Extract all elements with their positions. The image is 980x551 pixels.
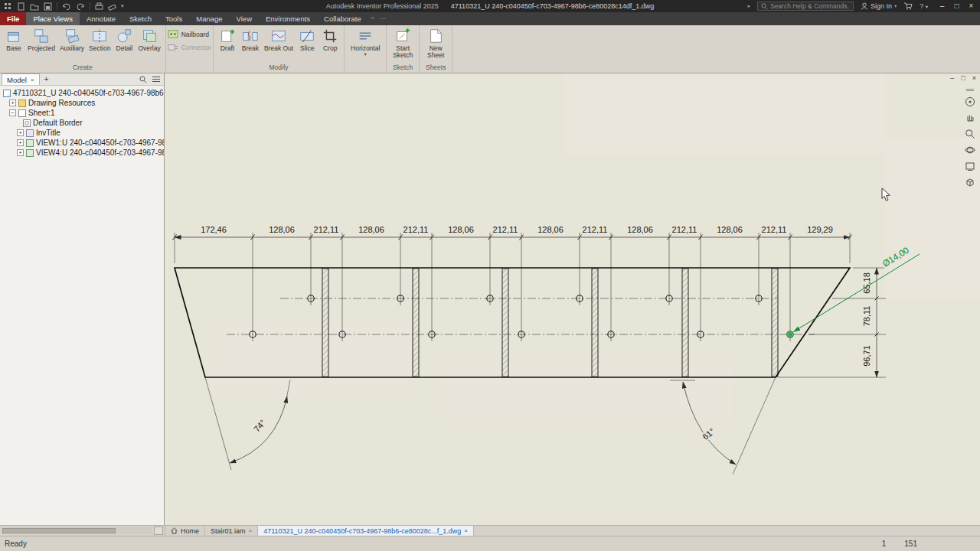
- search-caret-icon[interactable]: ▸: [747, 3, 750, 9]
- dim-label[interactable]: 212,11: [583, 225, 608, 234]
- angle-label[interactable]: 74°: [252, 418, 267, 433]
- tree-item-view1[interactable]: + VIEW1:U 240-c040450f-c703-4967-98b6-ce…: [0, 138, 164, 148]
- dim-label[interactable]: 212,11: [403, 225, 429, 234]
- grip-handle[interactable]: [789, 333, 792, 337]
- dim-label[interactable]: 78,11: [862, 306, 871, 327]
- tab-place-views[interactable]: Place Views: [26, 12, 80, 25]
- doc-restore-icon[interactable]: □: [961, 74, 965, 82]
- navbar-grip[interactable]: [966, 89, 974, 91]
- dim-label[interactable]: 128,06: [717, 225, 743, 234]
- dim-label[interactable]: 212,11: [314, 225, 339, 234]
- expand-icon[interactable]: +: [17, 129, 24, 136]
- top-dimension-chain[interactable]: 172,46 128,06 212,11 128,06 212,11 128,0…: [173, 225, 852, 240]
- angle-label[interactable]: 61°: [701, 426, 716, 442]
- orbit-icon[interactable]: [965, 145, 975, 155]
- app-menu-icon[interactable]: [4, 2, 12, 11]
- panel-splitter-handle[interactable]: [154, 527, 163, 535]
- model-browser-tab[interactable]: Model ×: [2, 73, 40, 85]
- drawing-sheet[interactable]: 172,46 128,06 212,11 128,06 212,11 128,0…: [165, 73, 980, 525]
- navigation-wheel-icon[interactable]: [965, 96, 975, 107]
- projected-view-button[interactable]: Projected: [26, 27, 57, 52]
- tab-collaborate[interactable]: Collaborate: [317, 12, 368, 25]
- tree-item-view4[interactable]: + VIEW4:U 240-c040450f-c703-4967-98b6-ce…: [0, 148, 164, 158]
- ribbon-collapse-icon[interactable]: ^: [371, 15, 374, 22]
- new-sheet-button[interactable]: New Sheet: [423, 27, 449, 59]
- dim-label[interactable]: 128,06: [448, 225, 474, 234]
- dim-label[interactable]: 129,29: [807, 225, 833, 234]
- dim-label[interactable]: 212,11: [672, 225, 697, 234]
- tree-item-drawing-resources[interactable]: + Drawing Resources: [0, 98, 164, 108]
- part-outline[interactable]: [175, 268, 850, 377]
- tab-tools[interactable]: Tools: [158, 12, 189, 25]
- browser-search-icon[interactable]: [139, 76, 147, 83]
- undo-icon[interactable]: [62, 2, 71, 11]
- dim-label[interactable]: 172,46: [201, 225, 227, 234]
- save-icon[interactable]: [44, 2, 52, 11]
- tab-view[interactable]: View: [230, 12, 259, 25]
- dim-label[interactable]: 128,06: [627, 225, 653, 234]
- ribbon-options-icon[interactable]: ⋯: [379, 15, 385, 22]
- joint-bands[interactable]: [322, 269, 778, 377]
- tab-annotate[interactable]: Annotate: [80, 12, 122, 25]
- dim-label[interactable]: 96,71: [862, 345, 871, 367]
- doc-tab-stair01[interactable]: Stair01.iam ×: [205, 526, 258, 536]
- angle-dimension-right[interactable]: 61°: [683, 382, 736, 465]
- start-sketch-button[interactable]: Start Sketch: [390, 27, 416, 59]
- search-input[interactable]: [770, 2, 850, 10]
- tab-file[interactable]: File: [0, 12, 26, 25]
- doc-close-icon[interactable]: ×: [972, 74, 976, 82]
- dim-label[interactable]: 128,06: [269, 225, 295, 234]
- sign-in-button[interactable]: Sign In ▾: [861, 2, 897, 10]
- tree-item-invtitle[interactable]: + InvTitle: [0, 128, 164, 138]
- doc-tab-dwg-active[interactable]: 47110321_U 240-c040450f-c703-4967-98b6-c…: [258, 526, 474, 536]
- angle-dimension-left[interactable]: 74°: [230, 396, 287, 463]
- detail-view-button[interactable]: Detail: [113, 27, 135, 52]
- close-browser-tab-icon[interactable]: ×: [31, 77, 34, 83]
- close-button[interactable]: ×: [964, 0, 978, 12]
- tab-manage[interactable]: Manage: [189, 12, 229, 25]
- dim-label[interactable]: 65,18: [862, 272, 871, 294]
- close-tab-icon[interactable]: ×: [249, 527, 253, 534]
- crop-button[interactable]: Crop: [319, 27, 341, 52]
- doc-tab-home[interactable]: Home: [165, 526, 205, 536]
- section-view-button[interactable]: Section: [87, 27, 112, 52]
- store-cart-icon[interactable]: [903, 2, 913, 10]
- view-cube-icon[interactable]: [965, 177, 975, 187]
- drawing-canvas[interactable]: 172,46 128,06 212,11 128,06 212,11 128,0…: [165, 73, 980, 525]
- doc-minimize-icon[interactable]: –: [950, 74, 954, 82]
- expand-icon[interactable]: +: [17, 149, 24, 156]
- draft-button[interactable]: Draft: [217, 27, 238, 52]
- close-tab-icon[interactable]: ×: [464, 527, 468, 534]
- horizontal-button[interactable]: Horizontal ▾: [348, 27, 383, 56]
- measure-icon[interactable]: [108, 2, 116, 11]
- base-view-button[interactable]: Base: [3, 27, 24, 52]
- pan-icon[interactable]: [965, 112, 975, 123]
- tab-environments[interactable]: Environments: [259, 12, 317, 25]
- open-folder-icon[interactable]: [30, 2, 39, 11]
- look-at-icon[interactable]: [965, 161, 975, 171]
- diameter-label[interactable]: Ø14,00: [881, 246, 910, 269]
- expand-icon[interactable]: +: [17, 139, 24, 146]
- add-browser-tab-button[interactable]: +: [40, 75, 54, 83]
- browser-horizontal-scrollbar[interactable]: [0, 526, 165, 536]
- new-file-icon[interactable]: [17, 2, 25, 11]
- minimize-button[interactable]: –: [935, 0, 949, 12]
- tree-item-sheet1[interactable]: − Sheet:1: [0, 108, 164, 118]
- help-search[interactable]: [757, 2, 854, 11]
- expand-icon[interactable]: +: [9, 99, 16, 106]
- break-button[interactable]: Break: [240, 27, 261, 52]
- maximize-button[interactable]: □: [949, 0, 964, 12]
- connector-button[interactable]: Connector: [166, 41, 213, 53]
- slice-button[interactable]: Slice: [296, 27, 318, 52]
- dim-label[interactable]: 212,11: [762, 225, 787, 234]
- print-icon[interactable]: [95, 2, 103, 11]
- tab-sketch[interactable]: Sketch: [122, 12, 158, 25]
- auxiliary-view-button[interactable]: Auxiliary: [58, 27, 86, 52]
- scrollbar-track[interactable]: [2, 527, 152, 534]
- tree-item-default-border[interactable]: Default Border: [0, 118, 164, 128]
- help-menu[interactable]: ? ▾: [920, 2, 928, 10]
- dim-label[interactable]: 212,11: [493, 225, 518, 234]
- redo-icon[interactable]: [76, 2, 85, 11]
- qat-caret-icon[interactable]: ▾: [121, 3, 124, 9]
- dim-label[interactable]: 128,06: [537, 225, 564, 234]
